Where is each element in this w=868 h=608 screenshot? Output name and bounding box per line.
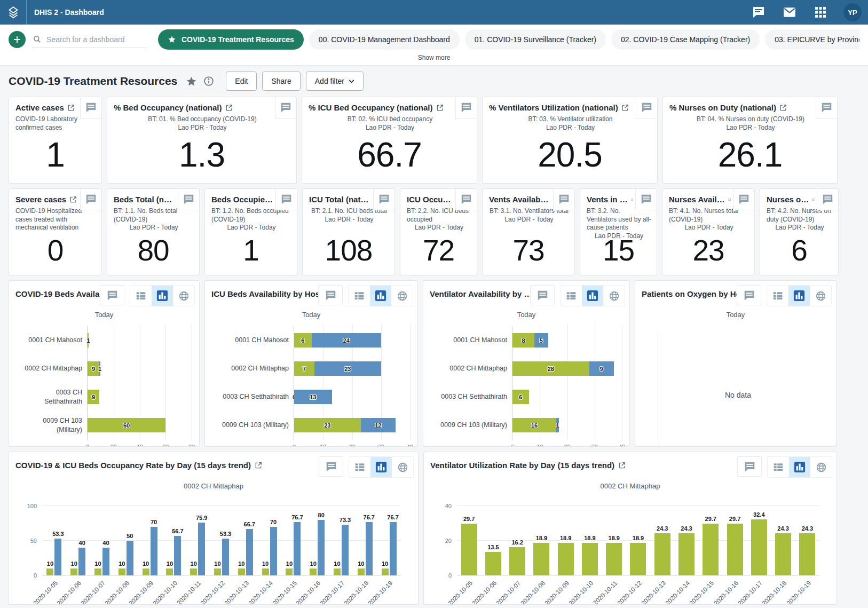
view-as-map-button[interactable] xyxy=(391,286,413,306)
open-in-new-icon[interactable] xyxy=(631,196,633,203)
bar-segment-green: 9 xyxy=(88,361,99,376)
view-as-list-button[interactable] xyxy=(349,457,370,477)
stat-card-title-text: Nurses o… xyxy=(767,195,809,204)
view-as-chart-button[interactable] xyxy=(582,286,603,306)
view-as-chart-button[interactable] xyxy=(370,286,391,306)
bar-row: 91 xyxy=(88,361,192,376)
dashboard-chip[interactable]: COVID-19 Treatment Resources xyxy=(158,29,304,50)
bar-green: 10 xyxy=(94,568,101,575)
edit-button[interactable]: Edit xyxy=(226,72,257,91)
view-as-list-button[interactable] xyxy=(561,286,582,306)
view-as-list-button[interactable] xyxy=(349,286,370,306)
open-in-new-icon[interactable] xyxy=(67,104,75,112)
comment-button[interactable] xyxy=(455,189,477,210)
comment-button[interactable] xyxy=(635,189,657,210)
comment-button[interactable] xyxy=(816,97,837,119)
comment-button[interactable] xyxy=(373,189,394,210)
dashboard-chip-label: COVID-19 Treatment Resources xyxy=(182,35,294,44)
dashboard-chip[interactable]: 03. EPICURVE by Province xyxy=(765,29,859,50)
view-as-map-button[interactable] xyxy=(810,286,831,306)
view-as-map-icon xyxy=(609,290,620,302)
bar-segment-blue: 24 xyxy=(312,333,381,348)
comment-button[interactable] xyxy=(817,189,838,210)
bar-value-label: 18.9 xyxy=(633,535,644,541)
open-in-new-icon[interactable] xyxy=(175,196,176,203)
comment-button[interactable] xyxy=(530,285,555,305)
dashboard-chip[interactable]: 00. COVID-19 Management Dashboard xyxy=(309,29,460,50)
dashboard-chip[interactable]: 02. COVID-19 Case Mapping (Tracker) xyxy=(611,29,760,50)
info-icon xyxy=(203,76,214,86)
comment-button[interactable] xyxy=(733,189,754,210)
chart-card-icu-beds-availability: ICU Beds Availability by Hos…Today010203… xyxy=(204,280,418,447)
comment-button[interactable] xyxy=(737,285,761,305)
user-avatar[interactable]: YP xyxy=(843,3,862,21)
search-input[interactable] xyxy=(45,35,146,44)
comment-button[interactable] xyxy=(319,456,343,477)
comment-button[interactable] xyxy=(80,189,101,210)
top-navbar: DHIS 2 - Dashboard YP xyxy=(0,0,868,25)
comment-button[interactable] xyxy=(636,97,657,119)
open-in-new-icon[interactable] xyxy=(255,462,262,469)
apps-menu-button[interactable] xyxy=(812,4,828,20)
dashboard-chip[interactable]: 01. COVID-19 Surveillance (Tracker) xyxy=(465,29,606,50)
bar-blue: 76.7 xyxy=(294,522,301,575)
new-dashboard-button[interactable] xyxy=(9,31,26,48)
star-dashboard-button[interactable] xyxy=(186,76,197,87)
x-axis-tick-label: 2020-10-14 xyxy=(664,580,691,605)
comment-icon xyxy=(641,194,652,205)
bar-green: 29.7 xyxy=(727,524,743,575)
dashboard-info-button[interactable] xyxy=(203,76,214,86)
app-title: DHIS 2 - Dashboard xyxy=(34,8,104,17)
view-as-list-button[interactable] xyxy=(767,286,788,306)
view-as-list-button[interactable] xyxy=(768,457,789,477)
page-title: COVID-19 Treatment Resources xyxy=(9,75,177,88)
comment-button[interactable] xyxy=(275,97,296,119)
open-in-new-icon[interactable] xyxy=(621,104,629,112)
bar-value-label: 10 xyxy=(334,560,340,567)
view-as-map-button[interactable] xyxy=(603,286,625,306)
dashboard-search[interactable] xyxy=(32,31,147,48)
dhis2-logo[interactable] xyxy=(0,0,27,25)
open-in-new-icon[interactable] xyxy=(812,196,815,203)
interpretations-button[interactable] xyxy=(751,4,767,20)
bar-value-label: 13 xyxy=(310,394,316,400)
open-in-new-icon[interactable] xyxy=(618,462,626,469)
open-in-new-icon[interactable] xyxy=(436,104,444,112)
x-axis-tick-label: 2020-10-08 xyxy=(519,580,546,605)
share-button[interactable]: Share xyxy=(262,72,300,91)
open-in-new-icon[interactable] xyxy=(779,104,787,112)
view-as-list-button[interactable] xyxy=(130,286,152,306)
open-in-new-icon[interactable] xyxy=(69,196,77,203)
view-as-map-button[interactable] xyxy=(392,457,413,477)
view-toggle xyxy=(130,285,195,306)
view-as-chart-button[interactable] xyxy=(788,286,810,306)
comment-button[interactable] xyxy=(275,189,297,210)
stat-card-subtitle-line2: Lao PDR - Today xyxy=(767,224,833,232)
open-in-new-icon[interactable] xyxy=(728,196,731,203)
view-as-map-button[interactable] xyxy=(810,457,832,477)
view-as-map-button[interactable] xyxy=(173,286,194,306)
stat-card-title-text: % Bed Occupancy (national) xyxy=(114,103,222,112)
view-as-chart-button[interactable] xyxy=(152,286,173,306)
comment-button[interactable] xyxy=(737,456,762,477)
view-as-list-icon xyxy=(354,462,365,472)
messages-button[interactable] xyxy=(782,4,798,20)
comment-icon xyxy=(183,194,194,205)
add-filter-button[interactable]: Add filter xyxy=(306,72,364,91)
comment-icon xyxy=(744,290,755,301)
bar-group: 24.3 xyxy=(650,533,674,575)
comment-button[interactable] xyxy=(553,189,574,210)
open-in-new-icon[interactable] xyxy=(225,104,233,112)
category-label: 0002 CH Mittaphap xyxy=(431,354,507,383)
comment-button[interactable] xyxy=(455,97,477,119)
view-as-chart-button[interactable] xyxy=(370,457,392,477)
view-as-chart-button[interactable] xyxy=(789,457,810,477)
show-more-link[interactable]: Show more xyxy=(9,50,859,65)
comment-button[interactable] xyxy=(178,189,199,210)
comment-button[interactable] xyxy=(318,285,343,305)
comment-button[interactable] xyxy=(80,97,101,119)
comment-button[interactable] xyxy=(100,285,124,305)
comment-icon xyxy=(821,102,832,113)
stat-card-title-text: Nurses Avail… xyxy=(669,195,725,204)
x-axis-tick-label: 0 xyxy=(511,444,514,447)
